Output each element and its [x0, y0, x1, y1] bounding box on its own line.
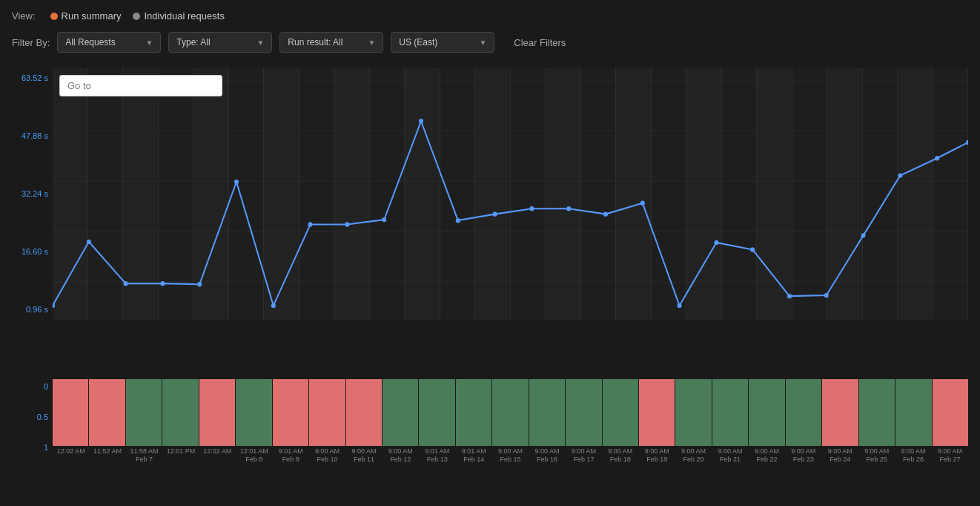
data-point	[824, 293, 829, 298]
goto-input[interactable]	[59, 75, 222, 96]
bar-green	[749, 379, 784, 446]
bar-red	[639, 379, 675, 446]
bar-green	[603, 379, 638, 446]
x-date-label: Feb 16	[537, 456, 557, 463]
x-label-group: 12:01 AMFeb 8	[236, 446, 272, 468]
view-bar: View: Run summary Individual requests	[0, 0, 980, 27]
bar-y-axis: 1 0.5 0	[12, 379, 53, 468]
run-result-dropdown[interactable]: Run result: All ▼	[279, 32, 383, 53]
bar-y-label-05: 0.5	[12, 413, 53, 421]
data-point	[750, 247, 755, 252]
x-time-label: 11:58 AM	[130, 447, 159, 455]
data-point	[529, 206, 534, 211]
x-label-group: 9:00 AMFeb 23	[785, 446, 821, 468]
chart-plot	[53, 68, 968, 320]
bar-green	[162, 379, 198, 446]
bar-green	[675, 379, 711, 446]
x-time-label: 9:00 AM	[755, 447, 779, 455]
bar-red	[822, 379, 858, 446]
x-date-label: Feb 26	[903, 456, 924, 463]
region-dropdown[interactable]: US (East) ▼	[391, 32, 494, 53]
bar-green	[419, 379, 454, 446]
data-point	[87, 240, 91, 244]
bar-col	[419, 379, 454, 446]
x-date-label: Feb 27	[939, 456, 960, 463]
x-label-group: 9:01 AMFeb 14	[455, 446, 491, 468]
bar-col	[236, 379, 271, 446]
chart-area: 0.96 s 16.60 s 32.24 s 47.88 s 63.52 s	[0, 68, 980, 379]
bar-col	[346, 379, 382, 446]
line-path	[53, 121, 968, 306]
x-axis-labels: 12:02 AM11:52 AM11:58 AMFeb 712:01 PM12:…	[53, 446, 968, 468]
x-time-label: 9:01 AM	[462, 447, 486, 455]
region-value: US (East)	[399, 37, 437, 47]
x-label-group: 9:00 AMFeb 15	[492, 446, 529, 468]
x-date-label: Feb 15	[500, 456, 521, 463]
x-date-label: Feb 14	[463, 456, 484, 463]
x-time-label: 9:01 AM	[279, 447, 303, 455]
data-point	[160, 281, 165, 286]
bar-green	[786, 379, 821, 446]
x-label-group: 12:02 AM	[199, 446, 236, 468]
x-time-label: 9:00 AM	[388, 447, 413, 455]
filter-by-arrow: ▼	[145, 39, 153, 47]
filter-by-label: Filter By:	[12, 37, 50, 48]
x-time-label: 12:02 AM	[57, 447, 85, 455]
x-label-group: 9:00 AMFeb 19	[639, 446, 675, 468]
bar-red	[309, 379, 345, 446]
x-date-label: Feb 8	[245, 456, 262, 463]
data-point	[234, 180, 239, 184]
x-time-label: 9:00 AM	[645, 447, 669, 455]
line-chart-svg	[53, 68, 968, 320]
x-label-group: 9:00 AMFeb 26	[895, 446, 931, 468]
bar-col	[675, 379, 711, 446]
x-date-label: Feb 11	[354, 456, 374, 463]
y-axis: 0.96 s 16.60 s 32.24 s 47.88 s 63.52 s	[12, 68, 53, 320]
data-point	[345, 222, 349, 226]
x-date-label: Feb 17	[573, 456, 594, 463]
type-value: Type: All	[176, 37, 210, 47]
individual-requests-label: Individual requests	[144, 10, 224, 22]
filter-by-value: All Requests	[65, 37, 115, 47]
run-result-arrow: ▼	[368, 39, 375, 47]
x-time-label: 9:00 AM	[901, 447, 926, 455]
x-time-label: 9:00 AM	[864, 447, 889, 455]
data-point	[714, 240, 718, 245]
bar-red	[199, 379, 235, 446]
bar-red	[933, 379, 968, 446]
x-time-label: 12:01 PM	[167, 447, 196, 455]
clear-filters-button[interactable]: Clear Filters	[514, 37, 566, 48]
filter-by-dropdown[interactable]: All Requests ▼	[57, 32, 161, 53]
run-summary-label: Run summary	[62, 10, 122, 22]
individual-requests-option[interactable]: Individual requests	[133, 10, 224, 22]
bar-col	[309, 379, 345, 446]
x-date-label: Feb 24	[830, 456, 850, 463]
x-label-group: 9:00 AMFeb 27	[932, 446, 968, 468]
bar-y-label-1: 1	[12, 443, 53, 452]
data-point	[898, 173, 902, 177]
line-chart: 0.96 s 16.60 s 32.24 s 47.88 s 63.52 s	[12, 68, 968, 320]
data-point	[124, 281, 128, 286]
bar-green	[126, 379, 162, 446]
bar-green	[859, 379, 895, 446]
bar-col	[492, 379, 528, 446]
bar-plot	[53, 379, 968, 446]
x-label-group: 12:01 PM	[162, 446, 199, 468]
bar-y-label-0: 0	[12, 382, 53, 391]
y-label-2: 32.24 s	[12, 189, 53, 198]
x-time-label: 9:01 AM	[425, 447, 449, 455]
x-time-label: 9:00 AM	[498, 447, 523, 455]
run-summary-option[interactable]: Run summary	[50, 10, 122, 22]
x-date-label: Feb 21	[720, 456, 741, 463]
data-point	[640, 201, 645, 206]
x-time-label: 9:00 AM	[351, 447, 376, 455]
x-date-label: Feb 23	[793, 456, 814, 463]
type-dropdown[interactable]: Type: All ▼	[168, 32, 272, 53]
x-label-group: 9:00 AMFeb 21	[712, 446, 748, 468]
x-time-label: 9:00 AM	[681, 447, 706, 455]
bar-green	[236, 379, 271, 446]
bar-col	[859, 379, 895, 446]
x-label-group: 9:00 AMFeb 16	[529, 446, 565, 468]
x-label-group: 9:00 AMFeb 24	[822, 446, 858, 468]
bar-col	[566, 379, 601, 446]
